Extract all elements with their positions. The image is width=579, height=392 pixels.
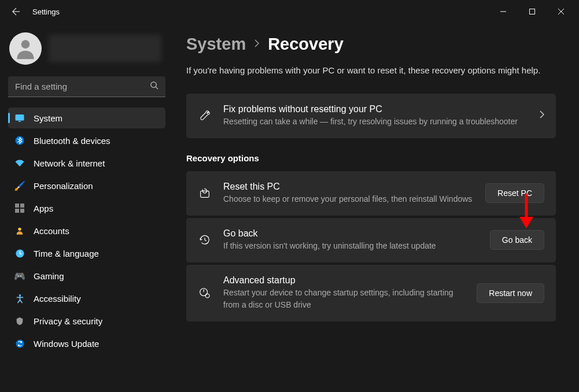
grid-icon — [14, 202, 25, 214]
shield-icon — [14, 315, 25, 327]
clock-icon — [14, 247, 25, 259]
page-description: If you're having problems with your PC o… — [186, 64, 556, 77]
back-button[interactable] — [9, 5, 23, 19]
section-title: Recovery options — [186, 153, 556, 163]
content-area: System Recovery If you're having problem… — [174, 23, 579, 392]
advanced-startup-card: Advanced startup Restart your device to … — [186, 265, 556, 321]
reset-pc-button[interactable]: Reset PC — [485, 183, 544, 203]
sidebar-item-personalization[interactable]: 🖌️ Personalization — [8, 175, 165, 196]
svg-point-10 — [18, 228, 21, 231]
reset-icon — [198, 187, 212, 199]
go-back-card: Go back If this version isn't working, t… — [186, 218, 556, 262]
nav-label: Gaming — [34, 271, 64, 281]
maximize-icon — [529, 9, 535, 14]
breadcrumb-parent[interactable]: System — [186, 35, 246, 54]
sync-icon — [14, 338, 25, 349]
sidebar-item-apps[interactable]: Apps — [8, 198, 165, 219]
nav-label: Time & language — [34, 249, 99, 258]
nav-label: Apps — [34, 204, 53, 213]
history-icon — [198, 234, 212, 246]
card-title: Go back — [223, 228, 478, 239]
nav-label: Personalization — [34, 181, 93, 191]
card-title: Reset this PC — [223, 182, 474, 192]
go-back-button[interactable]: Go back — [490, 230, 544, 250]
troubleshooter-card[interactable]: Fix problems without resetting your PC R… — [186, 94, 556, 138]
nav-label: Privacy & security — [34, 316, 102, 326]
breadcrumb-current: Recovery — [268, 35, 344, 54]
profile-section[interactable] — [8, 28, 165, 76]
nav-label: Accessibility — [34, 294, 81, 304]
svg-point-16 — [205, 293, 209, 297]
close-button[interactable] — [548, 2, 574, 21]
sidebar-item-privacy[interactable]: Privacy & security — [8, 310, 165, 331]
monitor-icon — [14, 112, 25, 124]
sidebar-item-system[interactable]: System — [8, 108, 165, 128]
svg-rect-0 — [530, 9, 535, 14]
sidebar-item-gaming[interactable]: 🎮 Gaming — [8, 265, 165, 286]
person-icon — [13, 36, 38, 61]
svg-point-2 — [151, 82, 156, 87]
search-icon — [150, 81, 158, 92]
svg-point-1 — [21, 40, 30, 49]
profile-info-redacted — [49, 35, 161, 62]
sidebar-item-time[interactable]: Time & language — [8, 243, 165, 264]
svg-rect-6 — [15, 204, 19, 208]
sidebar-item-accounts[interactable]: Accounts — [8, 220, 165, 241]
search-box[interactable] — [8, 76, 165, 97]
nav-label: Windows Update — [34, 339, 99, 349]
svg-point-13 — [16, 339, 24, 347]
sidebar-item-network[interactable]: Network & internet — [8, 153, 165, 173]
sidebar: System Bluetooth & devices Network & int… — [0, 23, 174, 392]
card-desc: Restart your device to change startup se… — [223, 287, 465, 311]
power-gear-icon — [198, 287, 212, 299]
card-title: Fix problems without resetting your PC — [223, 104, 528, 114]
card-title: Advanced startup — [223, 275, 465, 286]
chevron-right-icon — [254, 39, 260, 50]
maximize-button[interactable] — [519, 2, 545, 21]
svg-rect-14 — [201, 191, 209, 197]
close-icon — [558, 9, 564, 14]
window-controls — [490, 2, 574, 21]
reset-pc-card: Reset this PC Choose to keep or remove y… — [186, 171, 556, 216]
sidebar-item-accessibility[interactable]: Accessibility — [8, 288, 165, 309]
minimize-button[interactable] — [490, 2, 517, 21]
chevron-right-icon — [540, 110, 544, 121]
back-arrow-icon — [12, 8, 20, 16]
nav-list: System Bluetooth & devices Network & int… — [8, 108, 165, 354]
sidebar-item-bluetooth[interactable]: Bluetooth & devices — [8, 130, 165, 151]
person-icon — [14, 225, 25, 236]
svg-rect-3 — [16, 114, 24, 121]
breadcrumb: System Recovery — [186, 35, 556, 54]
accessibility-icon — [14, 293, 25, 304]
svg-rect-7 — [20, 204, 24, 208]
svg-rect-9 — [20, 209, 24, 213]
svg-rect-8 — [15, 209, 19, 213]
nav-label: System — [34, 113, 62, 123]
card-desc: Choose to keep or remove your personal f… — [223, 193, 474, 205]
minimize-icon — [500, 9, 506, 14]
card-desc: If this version isn't working, try unins… — [223, 240, 478, 252]
search-input[interactable] — [15, 82, 150, 91]
paint-icon: 🖌️ — [14, 180, 25, 191]
sidebar-item-windowsupdate[interactable]: Windows Update — [8, 333, 165, 354]
nav-label: Network & internet — [34, 158, 105, 168]
title-bar: Settings — [0, 0, 579, 23]
avatar — [9, 32, 42, 65]
nav-label: Accounts — [34, 226, 69, 236]
card-desc: Resetting can take a while — first, try … — [223, 116, 528, 128]
gamepad-icon: 🎮 — [14, 270, 25, 282]
svg-rect-4 — [19, 121, 21, 122]
window-title: Settings — [32, 8, 60, 16]
nav-label: Bluetooth & devices — [34, 136, 110, 146]
bluetooth-icon — [14, 135, 25, 146]
wrench-icon — [198, 109, 212, 122]
restart-now-button[interactable]: Restart now — [477, 283, 544, 303]
wifi-icon — [14, 157, 25, 169]
